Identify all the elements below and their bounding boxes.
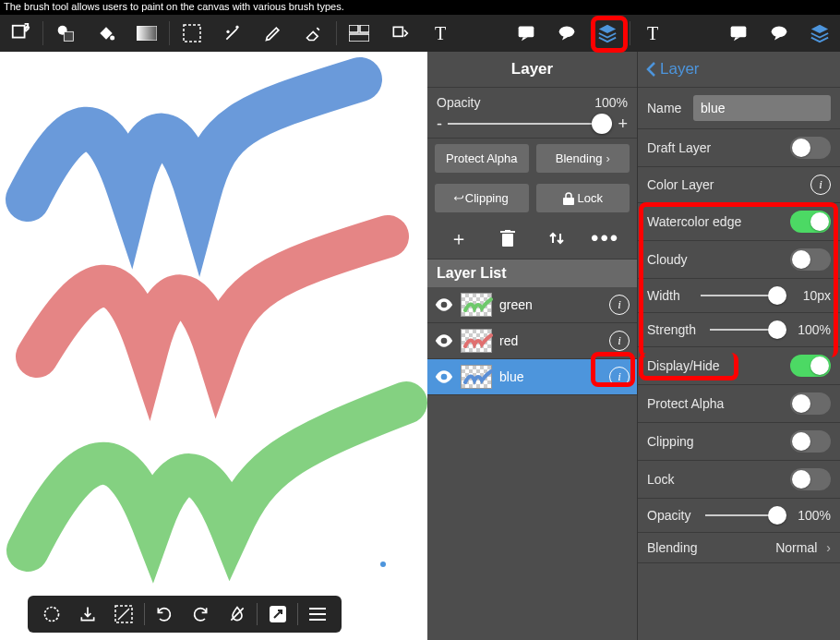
panel-icon[interactable] bbox=[339, 15, 379, 52]
cloudy-label: Cloudy bbox=[647, 252, 790, 267]
layer-info-icon[interactable]: i bbox=[609, 295, 630, 315]
clipping-button[interactable]: ⤵Clipping bbox=[435, 184, 529, 212]
opacity-minus[interactable]: - bbox=[437, 115, 442, 134]
opacity-label-2: Opacity bbox=[647, 508, 698, 523]
svg-point-11 bbox=[559, 27, 575, 38]
layer-name: green bbox=[499, 297, 602, 312]
svg-rect-12 bbox=[731, 27, 747, 38]
svg-rect-4 bbox=[137, 26, 157, 41]
opacity-value-2: 100% bbox=[794, 508, 831, 523]
display-toggle[interactable] bbox=[790, 355, 831, 377]
svg-point-13 bbox=[772, 27, 787, 38]
layer-panel-title: Layer bbox=[427, 52, 637, 88]
rotate-icon[interactable] bbox=[35, 598, 68, 631]
visibility-icon[interactable] bbox=[435, 334, 453, 347]
protect-alpha-label: Protect Alpha bbox=[647, 396, 790, 411]
width-value: 10px bbox=[794, 288, 831, 303]
pencil-icon[interactable] bbox=[253, 15, 294, 52]
strength-value: 100% bbox=[794, 322, 831, 337]
draft-label: Draft Layer bbox=[647, 140, 790, 155]
opacity-plus[interactable]: + bbox=[618, 115, 628, 134]
watercolor-label: Watercolor edge bbox=[647, 214, 790, 229]
comment-icon-2[interactable] bbox=[718, 15, 759, 52]
layers-icon[interactable] bbox=[587, 15, 628, 52]
fullscreen-icon[interactable] bbox=[0, 15, 41, 52]
layer-thumb bbox=[461, 329, 492, 353]
bucket-icon[interactable] bbox=[86, 15, 126, 52]
layer-info-icon[interactable]: i bbox=[609, 367, 630, 387]
width-slider[interactable] bbox=[701, 286, 786, 305]
share-icon[interactable] bbox=[261, 598, 294, 631]
comment-icon[interactable] bbox=[506, 15, 546, 52]
blending-row[interactable]: BlendingNormal› bbox=[638, 533, 840, 563]
chat-icon[interactable] bbox=[546, 15, 587, 52]
watercolor-toggle[interactable] bbox=[790, 211, 831, 233]
svg-rect-5 bbox=[184, 25, 200, 42]
color-layer-info-icon[interactable]: i bbox=[810, 175, 831, 195]
layer-name: blue bbox=[499, 369, 602, 384]
layer-name: red bbox=[499, 333, 602, 348]
lock-toggle[interactable] bbox=[790, 468, 831, 490]
opacity-label: Opacity bbox=[437, 95, 480, 110]
text-icon[interactable]: T bbox=[420, 15, 461, 52]
strength-slider[interactable] bbox=[710, 320, 786, 339]
transform-icon[interactable] bbox=[379, 15, 420, 52]
svg-point-3 bbox=[110, 36, 114, 41]
svg-rect-24 bbox=[502, 234, 513, 247]
visibility-icon[interactable] bbox=[435, 298, 453, 311]
menu-icon[interactable] bbox=[301, 598, 334, 631]
cloudy-toggle[interactable] bbox=[790, 248, 831, 271]
delete-layer-icon[interactable] bbox=[491, 222, 524, 255]
layer-item[interactable]: bluei bbox=[427, 359, 637, 395]
svg-rect-25 bbox=[500, 231, 515, 233]
top-note: The brush tool allows users to paint on … bbox=[0, 0, 840, 15]
chat-icon-2[interactable] bbox=[759, 15, 799, 52]
layer-info-icon[interactable]: i bbox=[609, 331, 630, 351]
svg-rect-6 bbox=[349, 25, 358, 32]
select-icon[interactable] bbox=[107, 598, 140, 631]
layer-detail-panel: Layer Name blue Draft Layer Color Layeri… bbox=[638, 52, 840, 640]
no-drop-icon[interactable] bbox=[221, 598, 254, 631]
svg-point-15 bbox=[44, 608, 58, 622]
more-layer-icon[interactable]: ••• bbox=[589, 222, 622, 255]
draft-toggle[interactable] bbox=[790, 137, 831, 159]
layer-panel: Layer Opacity 100% - + Protect Alpha Ble… bbox=[427, 52, 638, 640]
opacity-slider-2[interactable] bbox=[705, 506, 786, 525]
display-label: Display/Hide bbox=[647, 358, 790, 373]
marquee-icon[interactable] bbox=[172, 15, 212, 52]
reorder-layer-icon[interactable] bbox=[540, 222, 573, 255]
name-label: Name bbox=[647, 101, 693, 115]
lock-label: Lock bbox=[647, 472, 790, 487]
svg-rect-9 bbox=[393, 27, 402, 36]
visibility-icon[interactable] bbox=[435, 370, 453, 383]
canvas[interactable] bbox=[0, 52, 427, 640]
opacity-slider[interactable] bbox=[448, 112, 612, 136]
protect-alpha-toggle[interactable] bbox=[790, 392, 831, 415]
shapes-icon[interactable] bbox=[45, 15, 86, 52]
redo-icon[interactable] bbox=[184, 598, 217, 631]
text-icon-2[interactable]: T bbox=[632, 15, 673, 52]
gradient-icon[interactable] bbox=[126, 15, 167, 52]
svg-rect-8 bbox=[349, 34, 369, 42]
protect-alpha-button[interactable]: Protect Alpha bbox=[435, 144, 529, 173]
layer-item[interactable]: greeni bbox=[427, 287, 637, 323]
wand-icon[interactable] bbox=[212, 15, 253, 52]
opacity-value: 100% bbox=[594, 95, 628, 110]
layer-name-input[interactable]: blue bbox=[693, 95, 831, 121]
top-toolbar: T T bbox=[0, 15, 840, 52]
svg-rect-0 bbox=[13, 26, 25, 38]
import-icon[interactable] bbox=[71, 598, 104, 631]
undo-icon[interactable] bbox=[148, 598, 181, 631]
lock-button[interactable]: Lock bbox=[536, 184, 630, 212]
clipping-label: Clipping bbox=[647, 434, 790, 449]
clipping-toggle[interactable] bbox=[790, 430, 831, 453]
back-button[interactable]: Layer bbox=[638, 52, 840, 88]
layers-icon-2[interactable] bbox=[799, 15, 840, 52]
add-layer-icon[interactable]: ＋ bbox=[442, 222, 475, 255]
eraser-icon[interactable] bbox=[294, 15, 334, 52]
layer-item[interactable]: redi bbox=[427, 323, 637, 359]
svg-point-14 bbox=[380, 562, 386, 567]
blending-button[interactable]: Blending› bbox=[536, 144, 630, 173]
svg-rect-2 bbox=[64, 31, 73, 41]
svg-rect-26 bbox=[505, 230, 510, 231]
